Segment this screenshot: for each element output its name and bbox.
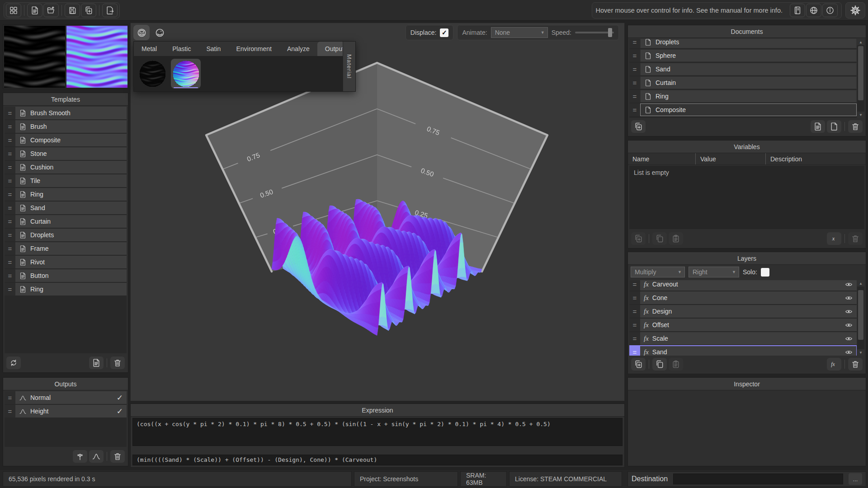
drag-handle[interactable]: = <box>629 90 640 103</box>
scroll-down-arrow[interactable]: ▼ <box>857 349 864 356</box>
drag-handle[interactable]: = <box>629 346 640 356</box>
drag-handle[interactable]: = <box>5 391 15 404</box>
layer-visibility-toggle[interactable] <box>844 307 853 316</box>
column-name[interactable]: Name <box>628 153 696 164</box>
template-row[interactable]: =Frame <box>5 242 127 255</box>
drag-handle[interactable]: = <box>5 107 15 119</box>
tab-analyze[interactable]: Analyze <box>279 42 317 56</box>
template-row[interactable]: =Ring <box>5 188 127 201</box>
side-select[interactable]: Right▼ <box>689 267 739 277</box>
drag-handle[interactable]: = <box>5 134 15 146</box>
edit-layer-expression-button[interactable] <box>827 358 841 371</box>
drag-handle[interactable]: = <box>5 405 15 418</box>
template-row[interactable]: =Brush Smooth <box>5 107 127 119</box>
column-description[interactable]: Description <box>766 153 866 164</box>
template-row[interactable]: =Cushion <box>5 161 127 174</box>
output-row[interactable]: =Normal✓ <box>5 391 127 404</box>
output-row[interactable]: =Height✓ <box>5 405 127 418</box>
layer-visibility-toggle[interactable] <box>844 348 853 356</box>
browse-destination-button[interactable]: ... <box>849 473 862 485</box>
insert-variable-button[interactable] <box>827 232 841 245</box>
layers-scrollbar[interactable]: ▲ ▼ <box>857 280 864 356</box>
document-row[interactable]: =Curtain <box>629 76 857 89</box>
view-sphere-shaded-button[interactable] <box>133 25 150 40</box>
save-button[interactable] <box>65 4 80 17</box>
template-row[interactable]: =Button <box>5 269 127 282</box>
drag-handle[interactable]: = <box>5 147 15 160</box>
material-side-tab[interactable]: Material <box>343 42 355 91</box>
scroll-up-arrow[interactable]: ▲ <box>857 280 864 286</box>
tab-metal[interactable]: Metal <box>134 42 165 56</box>
document-row[interactable]: =Ring <box>629 90 857 103</box>
scroll-down-arrow[interactable]: ▼ <box>857 112 864 118</box>
fork-output-button[interactable] <box>73 450 87 463</box>
drag-handle[interactable]: = <box>629 291 640 304</box>
drag-handle[interactable]: = <box>5 229 15 241</box>
drag-handle[interactable]: = <box>629 319 640 331</box>
add-layer-button[interactable] <box>631 358 646 371</box>
output-enabled-check[interactable]: ✓ <box>117 407 123 416</box>
about-button[interactable] <box>822 4 838 17</box>
documents-scrollbar[interactable]: ▲ ▼ <box>857 39 864 118</box>
new-output-button[interactable] <box>89 450 104 463</box>
template-row[interactable]: =Ring <box>5 283 127 296</box>
layer-row[interactable]: =fxCarveout <box>629 280 857 291</box>
drag-handle[interactable]: = <box>5 188 15 201</box>
height-map-thumbnail[interactable] <box>4 26 65 88</box>
duplicate-document-button[interactable] <box>631 120 646 133</box>
layer-row[interactable]: =fxOffset <box>629 319 857 331</box>
layer-visibility-toggle[interactable] <box>844 334 853 343</box>
speed-slider[interactable] <box>575 28 614 37</box>
new-document-from-template-button[interactable] <box>811 120 825 133</box>
new-document-button[interactable] <box>27 4 42 17</box>
tab-environment[interactable]: Environment <box>228 42 279 56</box>
scroll-thumb[interactable] <box>858 46 863 100</box>
drag-handle[interactable]: = <box>5 161 15 174</box>
export-button[interactable] <box>102 4 118 17</box>
document-row[interactable]: =Droplets <box>629 39 857 48</box>
manual-button[interactable] <box>790 4 805 17</box>
drag-handle[interactable]: = <box>629 76 640 89</box>
delete-template-button[interactable] <box>110 357 125 369</box>
scroll-up-arrow[interactable]: ▲ <box>857 39 864 45</box>
drag-handle[interactable]: = <box>5 242 15 255</box>
normal-sphere-tile[interactable] <box>171 59 201 89</box>
drag-handle[interactable]: = <box>5 215 15 228</box>
tab-plastic[interactable]: Plastic <box>165 42 198 56</box>
view-sphere-outline-button[interactable] <box>151 25 168 40</box>
layer-visibility-toggle[interactable] <box>844 280 853 289</box>
paste-layer-button[interactable] <box>669 358 683 371</box>
drag-handle[interactable]: = <box>629 305 640 318</box>
website-button[interactable] <box>806 4 821 17</box>
template-row[interactable]: =Composite <box>5 134 127 146</box>
copy-variable-button[interactable] <box>652 232 667 245</box>
document-row[interactable]: =Sand <box>629 63 857 75</box>
template-row[interactable]: =Rivot <box>5 256 127 268</box>
template-row[interactable]: =Brush <box>5 120 127 133</box>
animate-select[interactable]: None ▼ <box>491 27 548 38</box>
template-row[interactable]: =Sand <box>5 202 127 214</box>
refresh-templates-button[interactable] <box>6 357 21 369</box>
output-enabled-check[interactable]: ✓ <box>117 393 123 403</box>
scroll-thumb[interactable] <box>858 290 863 340</box>
column-value[interactable]: Value <box>696 153 766 164</box>
grid-view-button[interactable] <box>6 4 21 17</box>
copy-layer-button[interactable] <box>652 358 667 371</box>
drag-handle[interactable]: = <box>5 202 15 214</box>
solo-checkbox[interactable]: ✓ <box>761 268 769 277</box>
slider-thumb[interactable] <box>608 28 612 37</box>
expression-editor[interactable]: (cos((x + cos(y * pi * 2) * 0.1) * pi * … <box>132 418 623 446</box>
template-row[interactable]: =Droplets <box>5 229 127 241</box>
drag-handle[interactable]: = <box>629 49 640 62</box>
document-row-selected[interactable]: =Composite <box>629 103 857 116</box>
destination-input[interactable] <box>673 474 843 484</box>
duplicate-button[interactable] <box>81 4 96 17</box>
layer-row[interactable]: =fxScale <box>629 332 857 345</box>
layer-row[interactable]: =fxCone <box>629 291 857 304</box>
tab-satin[interactable]: Satin <box>198 42 228 56</box>
displace-checkbox[interactable]: ✓ <box>440 28 448 37</box>
normal-map-thumbnail[interactable] <box>66 26 127 88</box>
blend-mode-select[interactable]: Multiply▼ <box>631 267 685 277</box>
drag-handle[interactable]: = <box>5 120 15 133</box>
delete-document-button[interactable] <box>848 120 863 133</box>
